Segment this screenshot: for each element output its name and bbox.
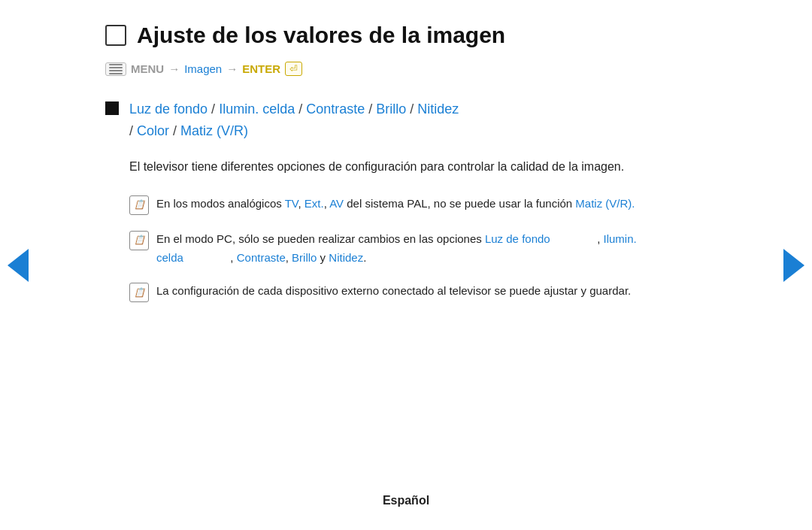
sep2: / xyxy=(298,101,306,117)
imagen-link: Imagen xyxy=(184,62,222,75)
link-av: AV xyxy=(329,197,344,210)
section-block: Luz de fondo / Ilumin. celda / Contraste… xyxy=(105,98,707,142)
page-title: Ajuste de los valores de la imagen xyxy=(137,23,505,48)
note-2: 📋 En el modo PC, sólo se pueden realizar… xyxy=(105,230,707,268)
menu-label: MENU xyxy=(131,62,164,75)
description: El televisor tiene diferentes opciones d… xyxy=(105,157,707,177)
svg-rect-3 xyxy=(109,73,123,74)
note-icon-2: 📋 xyxy=(129,231,149,250)
link-nitidez: Nitidez xyxy=(417,101,459,117)
link-color: Color xyxy=(137,123,169,138)
link-brillo: Brillo xyxy=(376,101,406,117)
nav-arrow-right[interactable] xyxy=(783,249,804,282)
checkbox-icon xyxy=(105,25,126,46)
links-line2: / Color / Matiz (V/R) xyxy=(129,120,459,142)
menu-icon xyxy=(105,62,126,76)
note-1: 📋 En los modos analógicos TV, Ext., AV d… xyxy=(105,195,707,215)
link-tv: TV xyxy=(285,197,298,210)
links-line1: Luz de fondo / Ilumin. celda / Contraste… xyxy=(129,98,459,120)
sep3: / xyxy=(368,101,376,117)
menu-path: MENU → Imagen → ENTER ⏎ xyxy=(105,62,707,76)
link-luz-de-fondo: Luz de fondo xyxy=(129,101,208,117)
link-matiz: Matiz (V/R) xyxy=(180,123,248,138)
enter-label: ENTER xyxy=(242,62,280,75)
svg-rect-2 xyxy=(109,70,123,71)
footer-language: Español xyxy=(0,494,812,507)
link-ext: Ext. xyxy=(304,197,324,210)
link-brillo-2: Brillo xyxy=(292,251,317,264)
link-contraste: Contraste xyxy=(306,101,365,117)
sep5: / xyxy=(129,123,137,138)
svg-rect-1 xyxy=(109,67,123,68)
link-ilumin-celda: Ilumin. celda xyxy=(219,101,295,117)
sep4: / xyxy=(410,101,417,117)
link-luz-fondo-2: Luz de fondo xyxy=(485,232,550,245)
sep6: / xyxy=(173,123,180,138)
note-3: 📋 La configuración de cada dispositivo e… xyxy=(105,282,707,302)
note-text-3: La configuración de cada dispositivo ext… xyxy=(156,282,631,301)
link-contraste-2: Contraste xyxy=(237,251,286,264)
link-matiz-v-r-1: Matiz (V/R). xyxy=(575,197,635,210)
note-text-2: En el modo PC, sólo se pueden realizar c… xyxy=(156,230,707,268)
nav-arrow-left[interactable] xyxy=(8,249,29,282)
note-text-1: En los modos analógicos TV, Ext., AV del… xyxy=(156,195,635,214)
note-icon-3: 📋 xyxy=(129,283,149,302)
arrow1: → xyxy=(168,62,180,75)
black-square xyxy=(105,101,119,115)
sep1: / xyxy=(211,101,219,117)
link-nitidez-2: Nitidez xyxy=(329,251,363,264)
main-content: Ajuste de los valores de la imagen MENU … xyxy=(45,0,767,340)
note-icon-1: 📋 xyxy=(129,195,149,215)
svg-rect-0 xyxy=(109,64,123,65)
link-ilumin-2: Ilumin. celda xyxy=(156,232,637,264)
enter-icon: ⏎ xyxy=(285,62,302,76)
arrow2: → xyxy=(226,62,238,75)
page-title-row: Ajuste de los valores de la imagen xyxy=(105,23,707,48)
links-area: Luz de fondo / Ilumin. celda / Contraste… xyxy=(129,98,459,142)
